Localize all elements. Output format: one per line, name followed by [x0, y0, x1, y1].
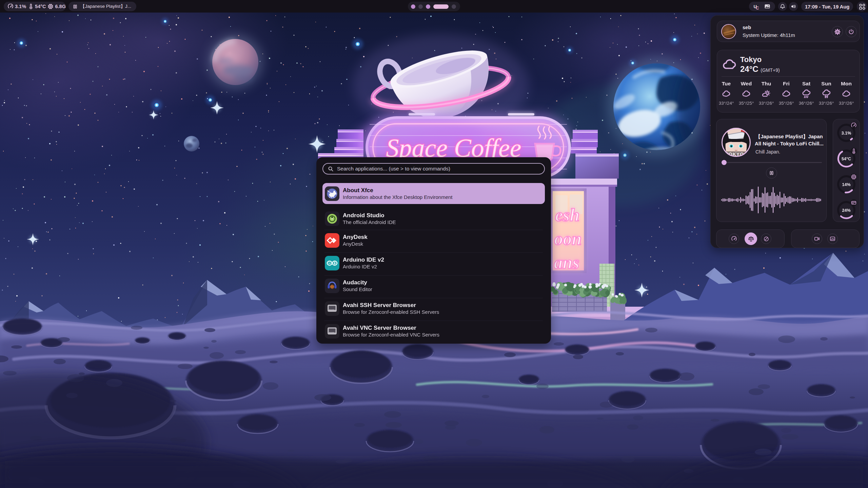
svg-text:esh: esh: [555, 205, 579, 225]
svg-text:3.1%: 3.1%: [842, 131, 851, 136]
svg-text:54°C: 54°C: [842, 157, 851, 161]
svg-text:14%: 14%: [842, 182, 850, 187]
svg-text:24%: 24%: [842, 208, 850, 213]
svg-text:oon: oon: [554, 229, 582, 248]
svg-text:ans: ans: [554, 253, 579, 272]
